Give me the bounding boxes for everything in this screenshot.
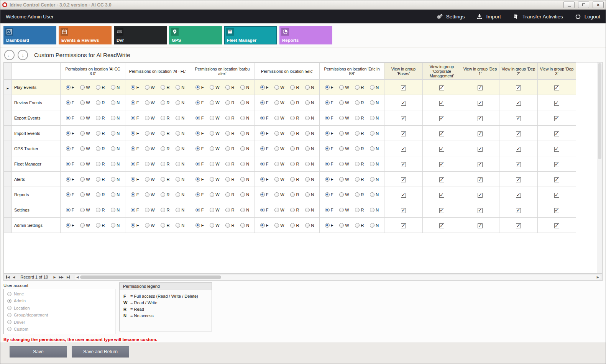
- tab-dvr[interactable]: Dvr: [114, 26, 167, 44]
- permission-radio-R[interactable]: R: [225, 146, 234, 151]
- permission-radio-F[interactable]: F: [131, 116, 139, 120]
- permission-radio-R[interactable]: R: [290, 223, 299, 228]
- permission-radio-F[interactable]: F: [195, 223, 204, 228]
- tab-events-reviews[interactable]: Events & Reviews: [59, 26, 112, 44]
- group-view-checkbox[interactable]: [516, 101, 521, 106]
- permission-radio-F[interactable]: F: [195, 162, 204, 166]
- row-label[interactable]: Settings: [12, 202, 61, 218]
- group-column-header[interactable]: View in group 'Dep 2': [499, 63, 538, 80]
- permission-radio-F[interactable]: F: [66, 162, 74, 166]
- horizontal-scrollbar[interactable]: ◀ ▶: [75, 275, 601, 280]
- permission-radio-W[interactable]: W: [339, 146, 349, 151]
- group-view-checkbox[interactable]: [554, 208, 559, 213]
- save-and-return-button[interactable]: Save and Return: [72, 346, 129, 357]
- permission-radio-R[interactable]: R: [225, 192, 234, 197]
- permission-radio-R[interactable]: R: [96, 146, 105, 151]
- permission-radio-R[interactable]: R: [161, 162, 169, 166]
- permission-radio-W[interactable]: W: [210, 100, 219, 105]
- permission-column-header[interactable]: Permissions on location 'Al CC 3.0': [61, 63, 125, 80]
- permission-radio-F[interactable]: F: [66, 177, 74, 182]
- permission-radio-F[interactable]: F: [325, 223, 333, 228]
- permission-radio-R[interactable]: R: [290, 116, 299, 120]
- first-record-button[interactable]: ◀: [5, 275, 10, 279]
- permission-radio-R[interactable]: R: [290, 177, 299, 182]
- permission-radio-F[interactable]: F: [66, 192, 74, 197]
- permission-radio-N[interactable]: N: [370, 85, 379, 90]
- permission-radio-N[interactable]: N: [176, 223, 184, 228]
- group-view-checkbox[interactable]: [554, 177, 559, 182]
- fast-forward-button[interactable]: ▶▶: [58, 275, 64, 279]
- logout-button[interactable]: Logout: [575, 13, 600, 20]
- permission-radio-W[interactable]: W: [145, 131, 154, 136]
- group-view-checkbox[interactable]: [439, 223, 444, 228]
- permission-radio-R[interactable]: R: [225, 85, 234, 90]
- prev-record-button[interactable]: ◀: [12, 275, 16, 279]
- permission-radio-N[interactable]: N: [240, 116, 249, 120]
- tab-dashboard[interactable]: Dashboard: [3, 26, 56, 44]
- permission-radio-W[interactable]: W: [339, 100, 349, 105]
- permission-radio-W[interactable]: W: [80, 116, 90, 120]
- permission-radio-F[interactable]: F: [195, 177, 204, 182]
- permission-radio-W[interactable]: W: [274, 131, 284, 136]
- permission-column-header[interactable]: Permissions on location 'Al - FL': [125, 63, 190, 80]
- save-button[interactable]: Save: [10, 346, 67, 357]
- permission-radio-N[interactable]: N: [240, 208, 249, 212]
- permission-radio-R[interactable]: R: [355, 223, 364, 228]
- permission-radio-N[interactable]: N: [176, 85, 184, 90]
- permission-radio-N[interactable]: N: [370, 177, 379, 182]
- permission-radio-W[interactable]: W: [339, 116, 349, 120]
- permission-radio-R[interactable]: R: [355, 85, 364, 90]
- group-view-checkbox[interactable]: [554, 162, 559, 167]
- permission-radio-W[interactable]: W: [80, 162, 90, 166]
- user-account-option-driver[interactable]: Driver: [7, 320, 112, 325]
- permission-radio-W[interactable]: W: [339, 208, 349, 212]
- permission-radio-N[interactable]: N: [176, 116, 184, 120]
- permission-radio-W[interactable]: W: [210, 116, 219, 120]
- permission-column-header[interactable]: Permissions on location 'barbu alex': [190, 63, 255, 80]
- permission-radio-R[interactable]: R: [355, 208, 364, 212]
- row-label[interactable]: Import Events: [12, 126, 61, 141]
- group-view-checkbox[interactable]: [439, 208, 444, 213]
- permission-radio-N[interactable]: N: [176, 131, 184, 136]
- minimize-button[interactable]: [563, 2, 575, 8]
- permission-radio-W[interactable]: W: [274, 177, 284, 182]
- group-view-checkbox[interactable]: [439, 177, 444, 182]
- group-view-checkbox[interactable]: [401, 177, 406, 182]
- permission-radio-R[interactable]: R: [96, 162, 105, 166]
- permission-radio-F[interactable]: F: [260, 131, 269, 136]
- permission-radio-F[interactable]: F: [131, 162, 139, 166]
- group-view-checkbox[interactable]: [439, 131, 444, 136]
- tab-gps[interactable]: GPS: [169, 26, 222, 44]
- permission-radio-F[interactable]: F: [325, 85, 333, 90]
- permission-radio-R[interactable]: R: [161, 146, 169, 151]
- permission-radio-N[interactable]: N: [240, 223, 249, 228]
- permission-radio-R[interactable]: R: [161, 131, 169, 136]
- permission-radio-R[interactable]: R: [290, 85, 299, 90]
- group-view-checkbox[interactable]: [516, 223, 521, 228]
- permission-radio-F[interactable]: F: [325, 146, 333, 151]
- permission-radio-N[interactable]: N: [370, 208, 379, 212]
- permission-radio-W[interactable]: W: [210, 208, 219, 212]
- permission-radio-W[interactable]: W: [210, 162, 219, 166]
- permission-radio-W[interactable]: W: [339, 85, 349, 90]
- permission-radio-R[interactable]: R: [355, 116, 364, 120]
- permission-radio-W[interactable]: W: [210, 131, 219, 136]
- permission-radio-R[interactable]: R: [96, 177, 105, 182]
- permission-radio-R[interactable]: R: [290, 208, 299, 212]
- group-view-checkbox[interactable]: [439, 101, 444, 106]
- permission-radio-N[interactable]: N: [370, 192, 379, 197]
- vertical-scrollbar-thumb[interactable]: [598, 63, 601, 159]
- permission-radio-N[interactable]: N: [305, 162, 314, 166]
- group-view-checkbox[interactable]: [401, 101, 406, 106]
- permission-radio-F[interactable]: F: [131, 131, 139, 136]
- permission-radio-R[interactable]: R: [355, 192, 364, 197]
- row-label[interactable]: Fleet Manager: [12, 156, 61, 172]
- permission-radio-N[interactable]: N: [176, 162, 184, 166]
- permission-radio-F[interactable]: F: [260, 177, 269, 182]
- scroll-left-arrow-icon[interactable]: ◀: [75, 275, 80, 279]
- permission-radio-R[interactable]: R: [96, 223, 105, 228]
- permission-radio-W[interactable]: W: [80, 85, 90, 90]
- permission-radio-W[interactable]: W: [274, 100, 284, 105]
- permission-radio-F[interactable]: F: [325, 162, 333, 166]
- permission-radio-R[interactable]: R: [96, 116, 105, 120]
